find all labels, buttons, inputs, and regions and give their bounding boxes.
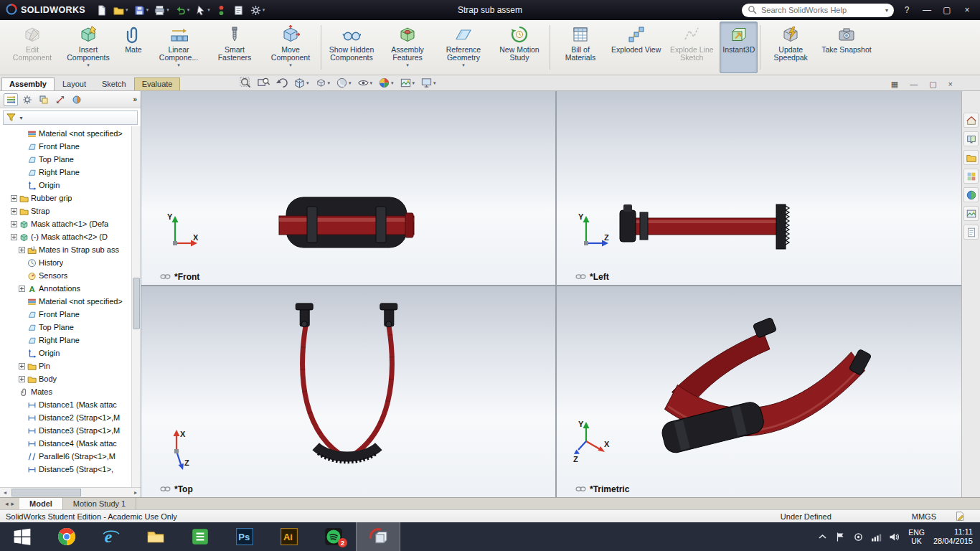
tree-item[interactable]: Mates in Strap sub ass — [0, 243, 131, 256]
dropdown-arrow-icon[interactable]: ▾ — [289, 62, 292, 68]
dropdown-arrow-icon[interactable]: ▾ — [462, 62, 465, 68]
move-component-button[interactable]: Move Component▾ — [263, 22, 319, 73]
view-orientation-icon[interactable]: ▾ — [315, 77, 331, 89]
tree-item[interactable]: Mask attach<1> (Defa — [0, 217, 131, 230]
status-sheet-icon[interactable] — [955, 511, 966, 522]
network-icon[interactable] — [871, 532, 882, 542]
tree-filter[interactable]: ▼ — [3, 110, 138, 125]
print-icon[interactable]: ▾ — [152, 4, 171, 17]
scrollbar-thumb[interactable] — [133, 278, 140, 329]
tree-item[interactable]: History — [0, 256, 131, 269]
dropdown-arrow-icon[interactable]: ▾ — [177, 62, 180, 68]
tree-item[interactable]: (-) Mask attach<2> (D — [0, 230, 131, 243]
tab-sketch[interactable]: Sketch — [94, 77, 134, 90]
tree-item[interactable]: Body — [0, 372, 131, 385]
tray-app-icon[interactable] — [853, 532, 864, 542]
apply-scene-icon[interactable]: ▾ — [400, 77, 415, 89]
tab-layout[interactable]: Layout — [55, 77, 94, 90]
expand-icon[interactable] — [11, 221, 17, 227]
help-search-box[interactable]: Search SolidWorks Help ▾ — [742, 4, 894, 17]
appearances-icon[interactable] — [963, 187, 979, 202]
expand-icon[interactable] — [19, 286, 25, 292]
tray-expand-icon[interactable] — [817, 532, 828, 542]
expand-icon[interactable] — [11, 208, 17, 215]
close-button[interactable]: × — [960, 5, 974, 15]
minimize-doc-icon[interactable]: — — [910, 80, 918, 88]
scrollbar-thumb[interactable] — [11, 489, 81, 496]
scrollbar-track[interactable] — [10, 488, 131, 497]
new-document-icon[interactable] — [94, 4, 109, 17]
internet-explorer-taskbar-button[interactable]: e — [89, 522, 133, 551]
collapse-pane-icon[interactable]: » — [133, 95, 137, 103]
tree-horizontal-scrollbar[interactable]: ◂ ▸ — [0, 487, 141, 497]
open-icon[interactable]: ▾ — [111, 4, 130, 17]
action-center-icon[interactable] — [835, 532, 846, 542]
undo-icon[interactable]: ▾ — [173, 4, 192, 17]
minimize-button[interactable]: — — [920, 5, 934, 15]
tree-item[interactable]: Strap — [0, 204, 131, 217]
tree-item[interactable]: AAnnotations — [0, 282, 131, 295]
scroll-right-icon[interactable]: ▸ — [131, 489, 141, 496]
tree-item[interactable]: Distance4 (Mask attac — [0, 437, 131, 450]
tree-item[interactable]: Front Plane — [0, 140, 131, 153]
strap-model-trimetric[interactable] — [557, 286, 961, 497]
display-style-icon[interactable]: ▾ — [336, 77, 352, 89]
tree-item[interactable]: Material <not specified> — [0, 295, 131, 308]
tree-item[interactable]: Front Plane — [0, 308, 131, 321]
update-speedpak-button[interactable]: Update Speedpak — [763, 22, 819, 73]
volume-icon[interactable] — [889, 532, 900, 542]
hide-show-items-icon[interactable]: ▾ — [357, 77, 373, 89]
tab-model[interactable]: Model — [19, 498, 63, 509]
expand-icon[interactable] — [11, 234, 17, 240]
previous-view-icon[interactable] — [275, 77, 288, 89]
tree-item[interactable]: Right Plane — [0, 166, 131, 179]
file-explorer-icon[interactable] — [963, 150, 979, 165]
start-taskbar-button[interactable] — [0, 522, 44, 551]
property-manager-tab[interactable] — [20, 93, 34, 106]
tree-item[interactable]: Distance3 (Strap<1>,M — [0, 424, 131, 437]
dropdown-arrow-icon[interactable]: ▾ — [406, 62, 409, 68]
viewport-top[interactable]: XZ *Top — [141, 286, 555, 497]
photoshop-taskbar-button[interactable]: Ps — [222, 522, 267, 551]
tree-item[interactable]: Right Plane — [0, 334, 131, 347]
expand-icon[interactable] — [19, 376, 25, 382]
scroll-left-icon[interactable]: ◂ — [0, 489, 10, 496]
edit-appearance-icon[interactable]: ▾ — [378, 77, 394, 89]
restore-doc-icon[interactable]: ▢ — [929, 80, 936, 88]
taskbar-clock[interactable]: 11:11 28/04/2015 — [933, 527, 973, 546]
next-tab-icon[interactable]: ▸ — [11, 500, 15, 507]
new-motion-study-button[interactable]: New Motion Study — [491, 22, 547, 73]
help-button[interactable]: ? — [900, 5, 914, 15]
custom-properties-icon[interactable] — [963, 225, 979, 240]
reference-geometry-button[interactable]: Reference Geometry▾ — [435, 22, 491, 73]
insert-components-button[interactable]: Insert Components▾ — [60, 22, 116, 73]
design-library-icon[interactable] — [963, 131, 979, 146]
dimxpert-tab[interactable] — [53, 93, 67, 106]
view-palette-icon[interactable] — [963, 169, 979, 184]
tree-item[interactable]: Top Plane — [0, 153, 131, 166]
solidworks-taskbar-button[interactable] — [356, 522, 400, 551]
illustrator-taskbar-button[interactable]: Ai — [267, 522, 311, 551]
select-icon[interactable]: ▾ — [193, 4, 212, 17]
strap-model-top[interactable] — [141, 286, 555, 497]
view-settings-icon[interactable]: ▾ — [420, 77, 436, 89]
dropdown-arrow-icon[interactable]: ▾ — [87, 62, 90, 68]
save-icon[interactable]: ▾ — [132, 4, 151, 17]
scenes-icon[interactable] — [963, 206, 979, 221]
smart-fasteners-button[interactable]: Smart Fasteners — [207, 22, 263, 73]
language-indicator[interactable]: ENG UK — [908, 528, 925, 545]
tree-item[interactable]: Sensors — [0, 269, 131, 282]
expand-icon[interactable] — [19, 363, 25, 369]
exploded-view-button[interactable]: Exploded View — [608, 22, 664, 73]
viewport-front[interactable]: YX *Front — [141, 91, 555, 285]
tree-item[interactable]: Distance1 (Mask attac — [0, 398, 131, 411]
tree-item[interactable]: Pin — [0, 359, 131, 372]
tree-item[interactable]: Mates — [0, 385, 131, 398]
solidworks-resources-icon[interactable] — [963, 113, 979, 128]
take-snapshot-button[interactable]: Take Snapshot — [819, 22, 874, 73]
section-view-icon[interactable]: ▾ — [293, 77, 309, 89]
tab-motion-study[interactable]: Motion Study 1 — [63, 498, 136, 509]
maximize-button[interactable]: ▢ — [940, 5, 954, 15]
file-properties-icon[interactable] — [231, 4, 246, 17]
show-hidden-components-button[interactable]: Show Hidden Components — [324, 22, 380, 73]
